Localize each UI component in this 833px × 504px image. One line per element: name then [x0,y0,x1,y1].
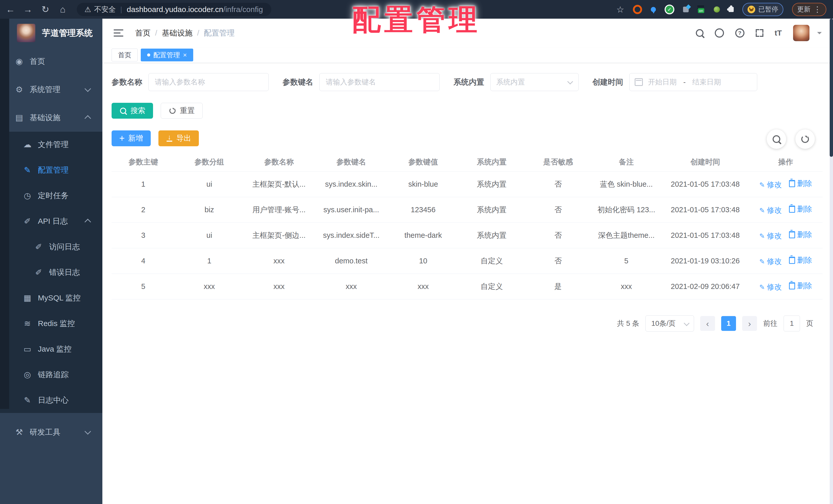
sidebar-item-scheduled-tasks[interactable]: ◷定时任务 [0,183,102,208]
sidebar-item-log-center[interactable]: ✎日志中心 [0,387,102,413]
extension-donut-icon[interactable] [633,5,642,14]
paused-badge[interactable]: 已暂停 [742,3,783,16]
warning-icon: ⚠ [85,5,91,14]
column-header-actions: 操作 [749,153,823,172]
edit-link-label: 修改 [767,180,782,190]
next-page-button[interactable]: › [742,316,757,331]
delete-link-label: 删除 [797,178,812,189]
table-actions-row: 新增 导出 [112,130,823,146]
tab-config-management[interactable]: 配置管理 × [141,49,193,61]
cell-created: 2021-01-05 17:03:48 [662,197,749,223]
close-tab-icon[interactable]: × [183,52,187,58]
sidebar-item-file-management[interactable]: ☁文件管理 [0,132,102,157]
fullscreen-icon[interactable] [756,29,763,37]
extension-gray-icon[interactable] [683,7,689,12]
export-button[interactable]: 导出 [159,130,199,146]
user-avatar[interactable] [793,25,809,41]
caret-down-icon[interactable] [817,32,822,36]
sidebar-item-redis-monitor[interactable]: ≋Redis 监控 [0,311,102,336]
cell-name: 主框架页-侧边... [244,223,314,248]
toggle-search-button[interactable] [767,129,786,149]
cell-remark: 5 [591,248,662,274]
edit-link[interactable]: 修改 [759,180,782,190]
sidebar-item-infrastructure[interactable]: ▤基础设施 [0,104,102,132]
column-header-id: 参数主键 [112,153,175,172]
delete-link[interactable]: 删除 [789,204,812,214]
cell-sensitive: 是 [525,274,591,299]
extension-green-icon[interactable] [714,6,720,12]
cell-created: 2021-01-05 17:03:48 [662,223,749,248]
overlay-title: 配置管理 [352,1,481,39]
edit-pencil-icon [759,283,765,291]
breadcrumb: 首页 / 基础设施 / 配置管理 [135,28,235,39]
extensions-puzzle-icon[interactable] [729,7,734,12]
mysql-monitor-icon: ▦ [22,293,33,303]
help-icon[interactable]: ? [735,28,744,37]
sidebar-item-system-management[interactable]: ⚙系统管理 [0,75,102,104]
app-logo-row[interactable]: 芋道管理系统 [0,19,102,47]
sidebar-item-mysql-monitor[interactable]: ▦MySQL 监控 [0,285,102,311]
delete-link[interactable]: 删除 [789,178,812,189]
scrollbar-thumb[interactable] [830,19,833,157]
date-range-picker[interactable]: 开始日期 - 结束日期 [629,73,757,91]
builtin-type-label: 系统内置 [453,77,484,87]
sidebar-item-error-logs[interactable]: ✐错误日志 [0,259,102,285]
sidebar-item-config-management[interactable]: ✎配置管理 [0,157,102,183]
extension-pin-icon[interactable] [651,7,656,12]
refresh-icon [169,108,175,114]
sidebar-item-api-logs[interactable]: ✐API 日志 [0,208,102,234]
builtin-type-select[interactable]: 系统内置 [490,73,579,91]
page-unit-label: 页 [806,319,813,328]
cell-created: 2021-02-09 20:06:47 [662,274,749,299]
prev-page-button[interactable]: ‹ [700,316,715,331]
extension-check-icon[interactable]: ✓ [665,5,674,14]
tab-home[interactable]: 首页 [112,49,138,61]
font-size-icon[interactable]: tT [775,29,782,37]
sidebar-item-devtools[interactable]: ⚒研发工具 [0,418,102,446]
goto-page-input[interactable] [784,316,800,331]
delete-link[interactable]: 删除 [789,281,812,291]
collapse-sidebar-icon[interactable] [114,29,123,36]
sidebar-item-label: 首页 [30,56,45,67]
sidebar-item-link-trace[interactable]: ◎链路追踪 [0,362,102,387]
scrollbar-track[interactable] [830,19,833,504]
edit-link[interactable]: 修改 [759,256,782,267]
browser-update-button[interactable]: 更新 ⋮ [792,3,826,16]
param-name-input[interactable] [148,73,269,91]
search-button[interactable]: 搜索 [112,103,153,119]
breadcrumb-separator: / [155,29,157,37]
extension-on-badge-icon[interactable]: on [697,5,705,14]
edit-pencil-icon [759,257,765,266]
address-bar[interactable]: ⚠ 不安全 | dashboard.yudao.iocoder.cn/infra… [77,3,271,16]
current-page-button[interactable]: 1 [721,316,736,331]
search-icon[interactable] [696,29,704,37]
bookmark-star-icon[interactable]: ☆ [617,4,624,15]
edit-link[interactable]: 修改 [759,282,782,292]
add-button[interactable]: 新增 [112,130,151,146]
sidebar-item-java-monitor[interactable]: ▭Java 监控 [0,336,102,362]
browser-home-icon[interactable]: ⌂ [56,3,70,16]
browser-menu-icon[interactable]: ⋮ [813,5,821,14]
sidebar-item-access-logs[interactable]: ✐访问日志 [0,234,102,259]
edit-link[interactable]: 修改 [759,231,782,241]
page-size-select[interactable]: 10条/页 [645,315,694,332]
create-time-label: 创建时间 [592,77,623,87]
param-key-input[interactable] [319,73,440,91]
github-icon[interactable] [715,28,724,37]
delete-link[interactable]: 删除 [789,230,812,240]
delete-link[interactable]: 删除 [789,255,812,266]
table-tools [767,129,815,149]
devtools-icon: ⚒ [13,427,25,437]
content: 参数名称 参数键名 系统内置 系统内置 创建时间 开始日期 - [102,63,830,504]
browser-forward-icon[interactable]: → [21,3,35,16]
browser-refresh-icon[interactable]: ↻ [39,3,52,16]
breadcrumb-home[interactable]: 首页 [135,28,150,39]
breadcrumb-infrastructure[interactable]: 基础设施 [162,28,192,39]
sidebar-item-home[interactable]: ◉首页 [0,47,102,75]
browser-back-icon[interactable]: ← [4,3,17,16]
refresh-table-button[interactable] [795,129,815,149]
trash-icon [789,231,795,238]
edit-link[interactable]: 修改 [759,205,782,216]
reset-button[interactable]: 重置 [161,103,203,119]
cell-created: 2021-01-19 03:10:26 [662,248,749,274]
